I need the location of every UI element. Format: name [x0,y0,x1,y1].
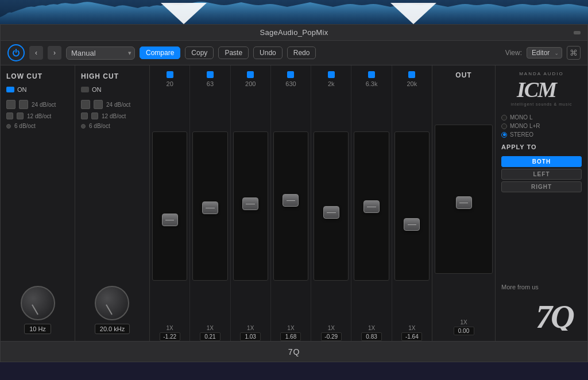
forward-button[interactable]: › [48,46,61,60]
out-panel: OUT 1X 0.00 [432,65,496,341]
preset-select[interactable]: Manual [66,46,135,60]
hc-slope-row-6: 6 dB/oct [81,123,144,129]
view-select-wrapper[interactable]: Editor [527,47,562,59]
hc-slope-24-label: 24 dB/oct [106,102,130,108]
hc-slope-row-12: 12 dB/oct [81,113,144,119]
more-from-text: More from us [501,284,539,290]
slope-24-knob2[interactable] [19,100,28,109]
high-cut-on-button[interactable]: ON [81,86,102,93]
hc-slope-6-knob[interactable] [81,124,86,129]
ism-logo: ICM [516,76,567,102]
band-fader-track-6[interactable] [394,131,430,281]
low-cut-on-button[interactable]: ON [6,86,27,93]
band-fader-container-5 [354,92,389,325]
band-freq-5: 6.3k [366,80,378,87]
eq-band-6.3k: 6.3k 1X 0.83 [351,65,392,341]
band-freq-6: 20k [407,80,417,87]
band-fader-track-5[interactable] [354,131,389,281]
svg-text:ICM: ICM [516,77,558,99]
band-freq-0: 20 [167,80,173,87]
undo-button[interactable]: Undo [253,46,283,59]
stereo-radio[interactable] [501,132,507,138]
slope-12-knob2[interactable] [17,113,24,119]
view-label: View: [505,49,522,57]
band-fader-handle-3[interactable] [283,194,299,207]
out-fader-container [435,84,493,319]
apply-to-buttons: BOTH LEFT RIGHT [501,156,582,192]
redo-button[interactable]: Redo [287,46,316,59]
compare-button[interactable]: Compare [140,46,180,59]
stereo-option[interactable]: STEREO [501,131,540,138]
band-fader-handle-5[interactable] [363,200,380,213]
slope-12-knob[interactable] [6,113,13,119]
bottom-bar: 7Q [1,341,587,362]
eq-bands: 20 1X -1.22 63 1X 0.21 200 [150,65,432,341]
high-cut-panel: HIGH CUT ON 24 dB/oct 12 dB/oct [75,65,150,341]
band-value-5: 0.83 [361,332,382,341]
hc-slope-24-knob[interactable] [81,100,90,109]
product-logo: 7Q [536,296,582,335]
mono-lr-radio[interactable] [501,123,507,129]
hc-slope-12-knob[interactable] [81,113,88,119]
manda-logo: MANDA AUDIO ICM intelligent sounds & mus… [501,71,582,106]
hc-slope-12-knob2[interactable] [91,113,98,119]
back-button[interactable]: ‹ [29,46,43,60]
eq-band-200: 200 1X 1.03 [231,65,271,341]
mono-options: MONO L MONO L+R STEREO [501,114,540,138]
band-fader-handle-1[interactable] [202,201,218,214]
band-value-2: 1.03 [240,332,261,341]
eq-band-2k: 2k 1X -0.29 [311,65,351,341]
high-cut-indicator [81,87,89,92]
apply-right-button[interactable]: RIGHT [501,181,582,192]
high-cut-title: HIGH CUT [81,72,119,80]
band-freq-4: 2k [328,80,335,87]
power-button[interactable] [7,44,25,61]
chain-button[interactable]: ⌘ [567,46,581,60]
high-cut-freq-value: 20.0 kHz [95,324,130,334]
band-fader-track-2[interactable] [233,131,268,281]
main-content: LOW CUT ON 24 dB/oct 12 dB/oct [1,65,587,341]
slope-6-knob[interactable] [6,124,11,129]
high-cut-freq-knob[interactable] [95,286,129,320]
apply-to-label: APPLY TO [501,144,537,150]
band-value-4: -0.29 [321,332,342,341]
band-fader-handle-0[interactable] [162,214,178,226]
band-freq-3: 630 [285,80,296,87]
apply-both-button[interactable]: BOTH [501,156,582,167]
out-fader-handle[interactable] [456,196,472,209]
slope-24-knob[interactable] [6,100,16,109]
band-freq-1: 63 [207,80,214,87]
band-fader-container-6 [394,92,430,325]
hc-slope-12-label: 12 dB/oct [102,113,126,119]
band-fader-track-1[interactable] [192,131,227,281]
band-fader-track-0[interactable] [152,131,187,281]
band-fader-track-4[interactable] [314,131,349,281]
mono-l-radio[interactable] [501,115,507,121]
out-fader-track[interactable] [435,125,493,274]
mono-lr-option[interactable]: MONO L+R [501,123,540,129]
band-value-1: 0.21 [200,332,220,341]
band-multiplier-3: 1X [287,325,294,331]
band-fader-container-3 [273,92,308,325]
band-fader-handle-4[interactable] [323,206,339,219]
mono-l-option[interactable]: MONO L [501,114,540,121]
apply-left-button[interactable]: LEFT [501,169,582,180]
band-indicator-2 [247,71,254,78]
band-fader-container-0 [152,92,187,325]
plugin-window: SageAudio_PopMix ‹ › Manual Compare Copy… [0,24,588,362]
paste-button[interactable]: Paste [218,46,249,59]
band-value-6: -1.64 [401,332,422,341]
logo-panel: MANDA AUDIO ICM intelligent sounds & mus… [496,65,587,341]
hc-slope-24-knob2[interactable] [94,100,103,109]
low-cut-panel: LOW CUT ON 24 dB/oct 12 dB/oct [1,65,75,341]
band-fader-handle-6[interactable] [404,218,420,231]
view-select[interactable]: Editor [527,47,562,59]
band-fader-container-4 [314,92,349,325]
low-cut-freq-knob[interactable] [21,286,55,320]
high-cut-slopes: 24 dB/oct 12 dB/oct 6 dB/oct [81,100,144,129]
band-fader-handle-2[interactable] [242,197,258,210]
copy-button[interactable]: Copy [185,46,214,59]
plugin-title: SageAudio_PopMix [260,28,328,37]
band-fader-track-3[interactable] [273,131,308,281]
preset-wrapper[interactable]: Manual [66,46,135,60]
